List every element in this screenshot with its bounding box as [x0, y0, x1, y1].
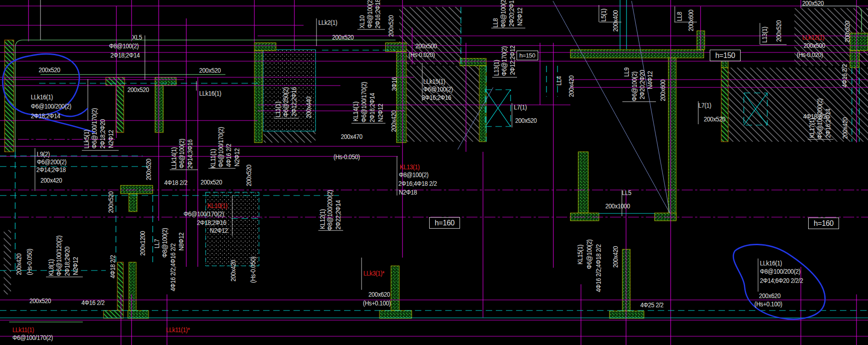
- beam-annotation: 3Φ16: [391, 77, 398, 91]
- beam-annotation: Φ8@100/200(2): [327, 190, 333, 230]
- beam-annotation: 4Φ25 2/2: [640, 302, 663, 309]
- beam-annotation: N2Φ12: [72, 257, 79, 275]
- beam-annotation: L11(1): [275, 102, 282, 117]
- beam-annotation: KL8(1): [48, 259, 55, 276]
- beam-annotation: Φ6@100(2): [423, 86, 453, 93]
- beam-annotation: Φ6@100/200(2): [816, 98, 823, 139]
- beam-annotation: Φ6@100/120(2): [56, 236, 63, 276]
- beam-annotation: 200x520: [201, 179, 222, 186]
- beam-annotation: 200x520: [39, 67, 60, 74]
- beam-annotation: Φ8@100/200(2): [760, 268, 800, 275]
- beam-annotation: LLk5(1): [83, 130, 90, 149]
- beam-annotation: 4Φ18 2/2: [164, 179, 187, 186]
- beam-annotation: XL10: [359, 15, 366, 29]
- beam-annotation: 2Φ18;2Φ14: [31, 113, 60, 120]
- beam-annotation: Φ6@250(2): [282, 87, 289, 117]
- beam-tag-highlighted: LLk3(1)*: [363, 270, 385, 277]
- beam-annotation: N2Φ12: [108, 130, 115, 148]
- beam-annotation: 200x620: [759, 293, 781, 299]
- beam-annotation: Φ6@100/170(2): [184, 211, 224, 218]
- beam-annotation: 200x620: [368, 291, 390, 298]
- beam-annotation: N2Φ12: [210, 227, 228, 234]
- beam-annotation: Φ6@100/170(2): [361, 82, 368, 122]
- beam-annotation: 200x1200: [139, 231, 146, 256]
- beam-annotation: 4Φ16 2/2: [225, 144, 232, 167]
- beam-annotation: LLk16(1): [199, 90, 221, 97]
- beam-annotation: 3Φ16;2Φ16: [422, 94, 451, 101]
- beam-annotation: Φ6@100/170(2): [12, 334, 53, 341]
- beam-annotation: 2Φ20;2Φ18: [508, 0, 515, 27]
- beam-annotation: (Hs-0.050): [250, 257, 257, 283]
- beam-annotation: 200x1000: [605, 203, 630, 210]
- beam-annotation: (Hs-0.050): [333, 154, 360, 161]
- beam-annotation: 200x420: [391, 110, 397, 132]
- beam-annotation: KL15(1): [577, 245, 584, 264]
- annotation-layer: XL5Φ8@100(2)2Φ18;2Φ14200x520200x520LLk16…: [0, 0, 868, 345]
- beam-tag-highlighted: LLk11(1): [12, 327, 34, 334]
- beam-annotation: 2Φ18;2Φ16: [197, 219, 226, 226]
- beam-annotation: (Hs-0.020): [797, 52, 823, 58]
- beam-annotation: 200x520: [802, 0, 824, 7]
- beam-annotation: N8Φ12: [178, 233, 185, 251]
- beam-annotation: N4Φ12: [647, 71, 654, 89]
- slab-thickness-tag: h=150: [710, 50, 741, 61]
- beam-annotation: 200x470: [341, 133, 362, 140]
- beam-annotation: KL11(1): [210, 149, 217, 168]
- slab-thickness-tag: h=150: [517, 51, 538, 60]
- beam-annotation: L7(1): [514, 104, 527, 111]
- beam-annotation: 200x400: [612, 10, 619, 32]
- beam-annotation: 2Φ16;2Φ14: [369, 93, 376, 122]
- beam-annotation: 200x520: [145, 159, 152, 180]
- beam-annotation: 2Φ22;2Φ14: [335, 200, 342, 230]
- beam-annotation: 200x420: [842, 117, 849, 139]
- beam-annotation: L9(2): [37, 151, 50, 158]
- beam-annotation: N2Φ18: [399, 189, 417, 196]
- beam-annotation: 2Φ18;2Φ20: [99, 119, 106, 149]
- beam-annotation: Φ6@100/200(2): [31, 103, 71, 110]
- beam-annotation: KL14(1): [352, 102, 359, 121]
- beam-annotation: LL9: [623, 68, 630, 77]
- beam-annotation: 200x520: [127, 86, 149, 93]
- beam-annotation: 200x520: [332, 34, 354, 41]
- beam-annotation: 2Φ14;6Φ20 2/2/2: [760, 277, 803, 284]
- beam-annotation: Φ6@100(2): [586, 240, 593, 269]
- beam-annotation: N2Φ12: [377, 104, 384, 122]
- beam-annotation: 4Φ16 2/2;4Φ16 2/2: [170, 243, 177, 291]
- beam-tag-highlighted: KL13(1): [400, 164, 420, 171]
- beam-annotation: LLk14(1): [171, 147, 178, 169]
- beam-annotation: Φ6@100/170(2): [218, 127, 224, 167]
- beam-annotation: Φ8@100(2): [367, 0, 374, 28]
- beam-annotation: L5(1): [600, 9, 607, 22]
- beam-annotation: Φ8@100(2): [399, 172, 428, 178]
- beam-annotation: N2Φ12: [234, 149, 241, 167]
- beam-annotation: 200x420: [40, 177, 62, 184]
- beam-annotation: 2Φ16;4Φ18 2/2: [398, 180, 437, 187]
- beam-annotation: LL8: [676, 12, 683, 21]
- beam-tag-highlighted: LLk12(1): [802, 34, 824, 41]
- beam-annotation: 4Φ16 2/2;4Φ18 2/2: [595, 244, 602, 292]
- beam-annotation: LL7: [154, 239, 161, 248]
- cad-viewport[interactable]: XL5Φ8@100(2)2Φ18;2Φ14200x520200x520LLk16…: [0, 0, 868, 345]
- beam-annotation: LLk16(1): [760, 260, 782, 267]
- beam-annotation: LL5: [622, 190, 631, 196]
- beam-annotation: 200x520: [515, 117, 537, 124]
- beam-annotation: L13(1): [493, 60, 500, 76]
- beam-annotation: LL4: [556, 76, 563, 86]
- beam-annotation: 200x440: [305, 97, 312, 118]
- beam-annotation: Φ6@100(2): [178, 139, 185, 168]
- beam-annotation: 2Φ16;2Φ18: [374, 0, 381, 29]
- beam-annotation: Φ8@100(2): [109, 43, 138, 50]
- beam-annotation: 2Φ14;3Φ16: [187, 139, 194, 169]
- beam-annotation: (Hs-0.020): [408, 52, 435, 58]
- slab-thickness-tag: h=160: [429, 217, 460, 229]
- beam-annotation: L13(1): [761, 27, 768, 43]
- beam-annotation: 200x500: [804, 42, 825, 49]
- beam-annotation: 200x420: [230, 260, 237, 282]
- beam-annotation: Φ6@100(2): [631, 72, 638, 101]
- beam-annotation: 4Φ18 2/2: [109, 255, 116, 278]
- beam-annotation: 2Φ16;2Φ14: [825, 109, 832, 138]
- beam-annotation: 200x520: [776, 20, 782, 42]
- beam-annotation: 200x520: [108, 191, 115, 213]
- beam-annotation: 200x520: [844, 21, 851, 42]
- beam-annotation: 200x420: [568, 75, 575, 97]
